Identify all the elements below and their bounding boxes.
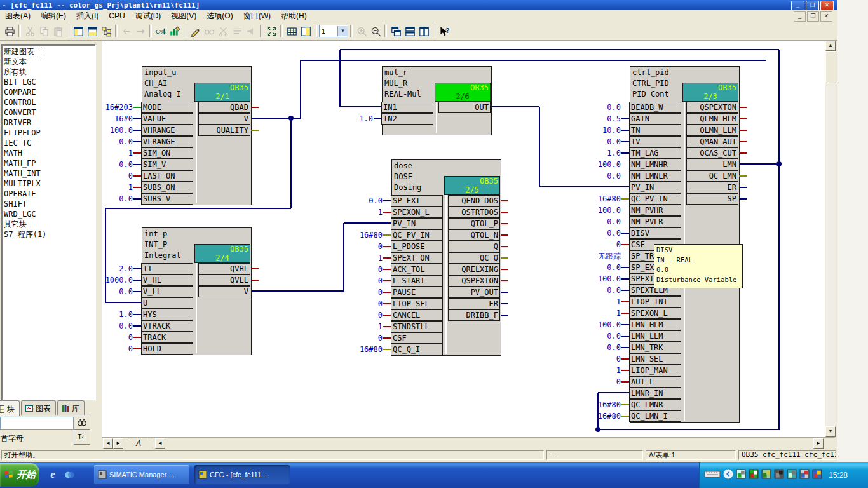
input-pin-NM_LMNHR[interactable]: NM_LMNHR <box>629 159 681 170</box>
sheet-prev-button[interactable]: ◄ <box>103 438 113 449</box>
input-value[interactable]: 0.0 <box>584 217 621 226</box>
cfc-sheet-canvas[interactable]: input_uCH_AIAnalog IOB352/116#203MODE16#… <box>102 41 825 438</box>
sheetview-toolbar-button[interactable] <box>299 24 313 38</box>
pin-toolbar-button[interactable] <box>133 24 147 38</box>
menu-item[interactable]: 插入(I) <box>71 10 104 22</box>
block-family-list[interactable]: 新建图表新文本所有块BIT_LGCCOMPARECONTROLCONVERTDR… <box>1 44 96 400</box>
menu-item[interactable]: 窗口(W) <box>238 10 276 22</box>
output-pin-Q[interactable]: Q <box>448 241 500 252</box>
hscroll-left-button[interactable]: ◄ <box>155 438 165 449</box>
input-value[interactable]: 0 <box>346 242 383 251</box>
output-pin-DRIBB_F[interactable]: DRIBB_F <box>448 309 500 321</box>
input-pin-L_START[interactable]: L_START <box>391 275 443 287</box>
tray-icon-tray3[interactable] <box>761 469 771 482</box>
input-value[interactable]: 0.0 <box>346 196 383 205</box>
menu-item[interactable]: 调试(D) <box>130 10 166 22</box>
sidebar-item-FLIPFLOP[interactable]: FLIPFLOP <box>2 128 95 138</box>
output-pin-QEND_DOS[interactable]: QEND_DOS <box>448 195 500 207</box>
cut-toolbar-button[interactable] <box>23 24 37 38</box>
input-value[interactable]: 0 <box>346 265 383 274</box>
input-value[interactable]: 0 <box>346 288 383 297</box>
horn-toolbar-button[interactable] <box>244 24 258 38</box>
quicklaunch-ie-icon[interactable]: e <box>46 468 60 482</box>
input-value[interactable]: 无跟踪 <box>584 251 621 262</box>
input-pin-NM_PVLR[interactable]: NM_PVLR <box>629 216 681 227</box>
input-pin-CSF[interactable]: CSF <box>391 332 443 344</box>
menu-item[interactable]: 编辑(E) <box>36 10 71 22</box>
input-pin-SPEXON_L[interactable]: SPEXON_L <box>629 308 681 319</box>
winnew-toolbar-button[interactable] <box>85 24 99 38</box>
input-pin-GAIN[interactable]: GAIN <box>629 113 681 125</box>
sidebar-item-MATH_INT[interactable]: MATH_INT <box>2 168 95 179</box>
sidebar-item-新建图表[interactable]: 新建图表 <box>2 46 44 57</box>
output-pin-V[interactable]: V <box>198 286 250 297</box>
sidebar-item-所有块[interactable]: 所有块 <box>2 67 95 77</box>
output-pin-QSTRTDOS[interactable]: QSTRTDOS <box>448 207 500 218</box>
input-value[interactable]: 10.0 <box>584 126 621 135</box>
close-button[interactable]: ✕ <box>820 1 834 10</box>
input-value[interactable]: 0.0 <box>584 229 621 238</box>
input-value[interactable]: 0 <box>346 311 383 320</box>
input-pin-NM_LMNLR[interactable]: NM_LMNLR <box>629 170 681 182</box>
menu-item[interactable]: 图表(A) <box>0 10 36 22</box>
search-input[interactable] <box>0 417 74 430</box>
input-value[interactable]: 0 <box>102 172 133 180</box>
input-pin-DISV[interactable]: DISV <box>629 227 681 239</box>
input-pin-QC_PV_IN[interactable]: QC_PV_IN <box>391 229 443 241</box>
paste-toolbar-button[interactable] <box>51 24 65 38</box>
quicklaunch-app-icon[interactable] <box>62 468 76 482</box>
input-value[interactable]: 16#80 <box>584 400 621 409</box>
input-pin-QC_LMNR_[interactable]: QC_LMNR_ <box>629 399 681 410</box>
input-value[interactable]: 0.0 <box>102 137 133 146</box>
input-value[interactable]: 16#0 <box>102 114 133 123</box>
input-pin-NM_PVHR[interactable]: NM_PVHR <box>629 205 681 216</box>
input-pin-LMN_HLM[interactable]: LMN_HLM <box>629 319 681 330</box>
vertical-scrollbar[interactable]: ▲ ▼ <box>825 41 836 437</box>
output-pin-QSPEXTON[interactable]: QSPEXTON <box>686 102 738 113</box>
input-value[interactable]: 16#80 <box>584 412 621 421</box>
input-value[interactable]: 0.0 <box>102 322 133 330</box>
cutx-toolbar-button[interactable] <box>216 24 230 38</box>
input-pin-VTRACK[interactable]: VTRACK <box>141 320 193 332</box>
input-pin-QC_Q_I[interactable]: QC_Q_I <box>391 344 443 355</box>
tray-icon-tray2[interactable] <box>749 469 759 482</box>
helpptr-toolbar-button[interactable]: ? <box>437 24 451 38</box>
cfc-block-dose[interactable]: doseDOSEDosingOB352/50.0SP_EXT1SPEXON_LP… <box>391 159 501 356</box>
catalog-tab-库[interactable]: 库 <box>57 400 85 415</box>
input-pin-LMN_SEL[interactable]: LMN_SEL <box>629 353 681 365</box>
tray-collapse-chevron[interactable] <box>723 469 733 482</box>
output-pin-QMAN_AUT[interactable]: QMAN_AUT <box>686 136 738 147</box>
tray-icon-tray5[interactable] <box>787 469 797 482</box>
input-value[interactable]: 0.0 <box>584 137 621 146</box>
sidebar-item-MATH_FP[interactable]: MATH_FP <box>2 158 95 168</box>
tray-icon-trayvm[interactable] <box>774 469 784 482</box>
input-value[interactable]: 0 <box>584 355 621 363</box>
input-value[interactable]: 0.0 <box>102 194 133 203</box>
input-pin-QC_PV_IN[interactable]: QC_PV_IN <box>629 193 681 205</box>
output-pin-OUT[interactable]: OUT <box>438 102 491 113</box>
scroll-down-button[interactable]: ▼ <box>825 426 836 437</box>
input-value[interactable]: 1 <box>346 208 383 217</box>
input-pin-TM_LAG[interactable]: TM_LAG <box>629 147 681 159</box>
sidebar-item-WRD_LGC[interactable]: WRD_LGC <box>2 209 95 219</box>
output-pin-SP[interactable]: SP <box>686 193 738 205</box>
output-pin-QVHL[interactable]: QVHL <box>198 263 250 274</box>
input-value[interactable]: 0.0 <box>584 172 621 180</box>
pen-toolbar-button[interactable] <box>188 24 202 38</box>
menu-item[interactable]: 视图(V) <box>166 10 201 22</box>
input-value[interactable]: 16#80 <box>346 345 383 354</box>
cfc-block-mul_r[interactable]: mul_rMUL_RREAL-MulOB352/6IN11.0IN2OUT <box>382 66 492 135</box>
cascade-toolbar-button[interactable] <box>389 24 403 38</box>
input-pin-V_LL[interactable]: V_LL <box>141 286 193 297</box>
input-value[interactable]: 0.0 <box>584 103 621 112</box>
input-pin-TV[interactable]: TV <box>629 136 681 147</box>
input-value[interactable]: 16#80 <box>346 231 383 240</box>
output-pin-QVLL[interactable]: QVLL <box>198 274 250 286</box>
output-pin-V[interactable]: V <box>198 113 250 125</box>
tray-icon-tray6[interactable] <box>799 469 810 482</box>
back-toolbar-button[interactable] <box>119 24 133 38</box>
output-pin-PV_OUT[interactable]: PV_OUT <box>448 287 500 298</box>
input-pin-U[interactable]: U <box>141 297 193 309</box>
input-value[interactable]: 1.0 <box>336 114 373 123</box>
input-pin-L_PDOSE[interactable]: L_PDOSE <box>391 241 443 252</box>
